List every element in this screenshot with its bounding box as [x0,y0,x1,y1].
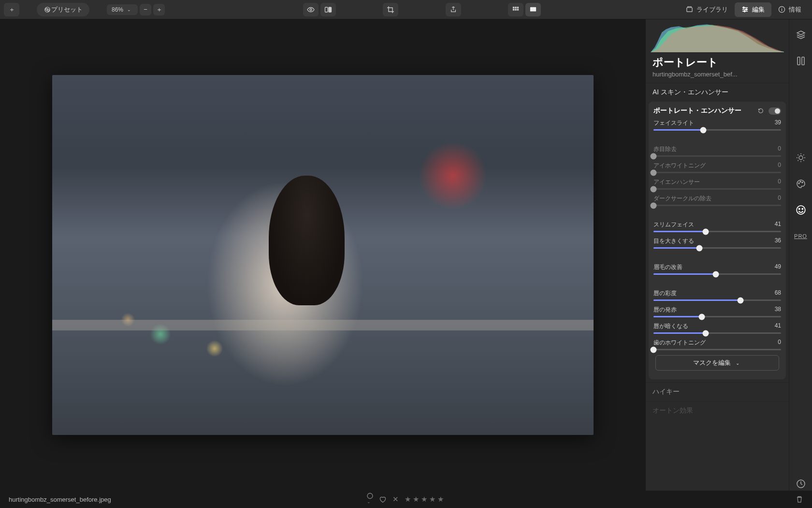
plus-icon: ＋ [8,6,15,14]
histogram[interactable] [651,22,784,52]
slider-track[interactable] [653,172,781,173]
slider-スリムフェイス[interactable]: スリムフェイス41 [653,221,781,232]
tab-info[interactable]: 情報 [771,2,808,17]
tool-color[interactable] [794,177,808,191]
slider-目を大きくする[interactable]: 目を大きくする36 [653,237,781,249]
tool-canvas[interactable] [794,54,808,68]
tool-pro[interactable]: PRO [794,229,808,243]
slider-track[interactable] [653,299,781,301]
slider-thumb[interactable] [699,314,705,320]
slider-thumb[interactable] [696,245,703,251]
footer-filename: hurtingbombz_somerset_before.jpeg [9,496,111,503]
footer-bar: hurtingbombz_somerset_before.jpeg ⌄ ✕ ★★… [0,491,812,508]
slider-眉毛の改善[interactable]: 眉毛の改善49 [653,263,781,275]
slider-track[interactable] [653,129,781,131]
slider-value: 0 [778,194,781,203]
slider-thumb[interactable] [713,271,719,277]
slider-track[interactable] [653,247,781,249]
svg-rect-10 [515,9,517,11]
slider-thumb[interactable] [651,346,657,353]
slider-value: 41 [775,221,781,229]
slider-唇の発赤[interactable]: 唇の発赤38 [653,306,781,317]
slider-track[interactable] [653,155,781,157]
tool-layers[interactable] [794,28,808,42]
color-tag-button[interactable]: ⌄ [367,493,374,507]
chevron-down-icon: ⌄ [734,359,741,367]
slider-アイホワイトニング[interactable]: アイホワイトニング0 [653,162,781,173]
svg-rect-4 [325,7,328,12]
tab-info-label: 情報 [789,5,801,14]
slider-track[interactable] [653,231,781,232]
slider-thumb[interactable] [737,297,743,303]
slider-歯のホワイトニング[interactable]: 歯のホワイトニング0 [653,339,781,350]
tool-strip: PRO [789,19,812,491]
reject-button[interactable]: ✕ [392,495,399,504]
svg-rect-12 [530,7,536,11]
svg-rect-8 [517,6,519,8]
svg-point-26 [802,209,803,209]
single-view-button[interactable] [525,3,541,16]
star-rating[interactable]: ★★★★★ [405,495,446,504]
slider-value: 0 [778,145,781,153]
slider-フェイスライト[interactable]: フェイスライト39 [653,119,781,131]
slider-track[interactable] [653,349,781,350]
slider-track[interactable] [653,273,781,275]
crop-icon [387,6,394,14]
trash-button[interactable] [796,495,803,503]
top-toolbar: ＋ プリセット 86% ⌄ − ＋ ライブラリ 編集 [0,0,812,19]
slider-label: 赤目除去 [653,145,677,153]
zoom-out-button[interactable]: − [140,4,151,15]
slider-value: 38 [775,306,781,314]
slider-thumb[interactable] [651,153,657,159]
svg-rect-11 [517,9,519,11]
presets-button[interactable]: プリセット [37,3,89,16]
favorite-button[interactable] [379,496,387,503]
tool-light[interactable] [794,151,808,164]
slider-thumb[interactable] [700,127,706,133]
zoom-dropdown[interactable]: 86% ⌄ [107,4,138,15]
slider-track[interactable] [653,316,781,317]
grid-icon [512,6,520,14]
library-icon [686,6,694,14]
slider-track[interactable] [653,332,781,334]
svg-rect-19 [802,57,804,65]
slider-track[interactable] [653,205,781,206]
slider-label: ダークサークルの除去 [653,194,711,203]
edit-mask-button[interactable]: マスクを編集 ⌄ [655,355,779,371]
canvas-area[interactable] [0,19,646,491]
section-portrait-title: ポートレート・エンハンサー [653,106,741,115]
add-button[interactable]: ＋ [4,3,19,16]
presets-icon [44,6,51,14]
section-highkey[interactable]: ハイキー [646,382,789,401]
preview-button[interactable] [303,3,319,16]
zoom-in-button[interactable]: ＋ [153,4,165,15]
crop-button[interactable] [383,3,398,16]
sliders-icon [741,6,749,14]
compare-button[interactable] [320,3,336,16]
slider-アイエンハンサー[interactable]: アイエンハンサー0 [653,178,781,190]
slider-label: 歯のホワイトニング [653,339,706,347]
slider-thumb[interactable] [651,202,657,209]
svg-point-16 [744,11,746,12]
grid-view-button[interactable] [508,3,523,16]
tool-portrait[interactable] [794,203,808,217]
slider-label: 目を大きくする [653,237,694,245]
slider-track[interactable] [653,188,781,190]
tool-history[interactable] [794,477,808,491]
slider-赤目除去[interactable]: 赤目除去0 [653,145,781,157]
reset-icon[interactable] [757,107,765,115]
slider-thumb[interactable] [703,228,709,235]
slider-ダークサークルの除去[interactable]: ダークサークルの除去0 [653,194,781,206]
slider-唇の彩度[interactable]: 唇の彩度68 [653,289,781,301]
slider-唇が暗くなる[interactable]: 唇が暗くなる41 [653,322,781,334]
slider-value: 0 [778,339,781,347]
section-orton[interactable]: オートン効果 [646,401,789,420]
share-button[interactable] [446,3,461,16]
slider-thumb[interactable] [703,330,709,336]
slider-thumb[interactable] [651,169,657,176]
section-toggle[interactable] [768,107,781,115]
tab-library[interactable]: ライブラリ [679,2,735,17]
slider-thumb[interactable] [651,186,657,192]
tab-edit[interactable]: 編集 [735,2,771,17]
section-ai-skin[interactable]: AI スキン・エンハンサー [646,83,789,102]
